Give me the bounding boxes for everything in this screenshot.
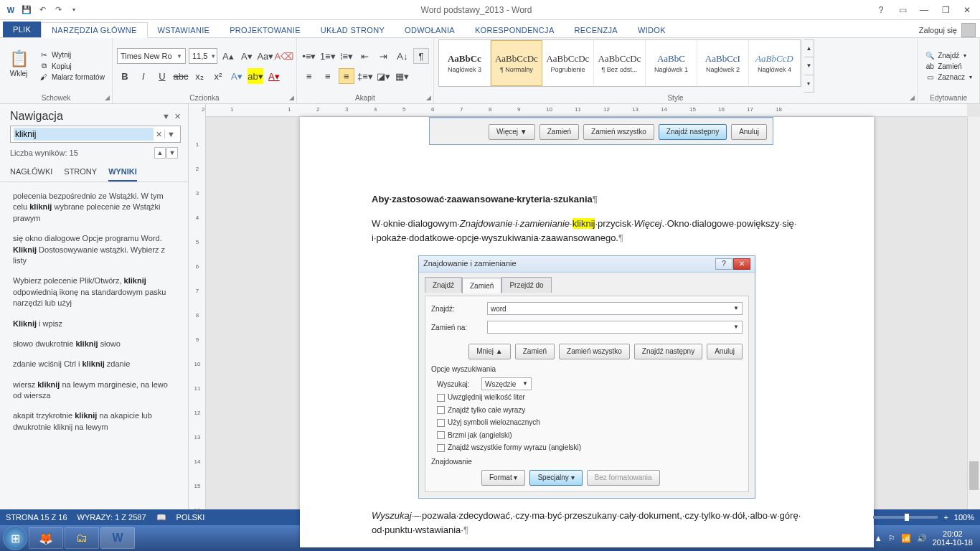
nav-result-item[interactable]: Wybierz polecenie Plik/Otwórz, kliknij o…: [10, 271, 178, 314]
tab-layout[interactable]: UKŁAD STRONY: [311, 23, 395, 37]
prev-result-button[interactable]: ▲: [154, 147, 166, 159]
nav-tab-pages[interactable]: STRONY: [64, 163, 97, 182]
tray-clock[interactable]: 20:02 2014-10-18: [933, 529, 973, 547]
tab-view[interactable]: WIDOK: [628, 23, 676, 37]
vertical-scrollbar[interactable]: [967, 117, 980, 509]
status-proofing-icon[interactable]: 📖: [156, 513, 166, 522]
strike-button[interactable]: abc: [173, 68, 189, 84]
style-item[interactable]: AaBbCNagłówek 1: [646, 40, 697, 86]
tab-review[interactable]: RECENZJA: [565, 23, 628, 37]
gallery-down-icon[interactable]: ▼: [804, 57, 814, 74]
login-link[interactable]: Zaloguj się: [919, 26, 957, 34]
nav-result-item[interactable]: zdanie wciśnij Ctrl i kliknij zdanie: [10, 354, 178, 375]
show-marks-button[interactable]: ¶: [413, 48, 429, 64]
nav-result-item[interactable]: słowo dwukrotnie kliknij słowo: [10, 334, 178, 354]
styles-gallery[interactable]: AaBbCcNagłówek 3AaBbCcDc¶ NormalnyAaBbCc…: [438, 39, 801, 87]
style-item[interactable]: AaBbCcDNagłówek 4: [749, 40, 801, 86]
dialog-launcher-icon[interactable]: ◢: [426, 94, 431, 101]
taskbar-explorer[interactable]: 🗂: [65, 527, 99, 549]
inc-indent-button[interactable]: ⇥: [376, 48, 392, 64]
nav-search-box[interactable]: ✕ ▼: [10, 126, 181, 143]
find-button[interactable]: 🔍Znajdź▾: [922, 51, 975, 60]
tab-file[interactable]: PLIK: [3, 22, 41, 37]
close-icon[interactable]: ✕: [957, 3, 977, 17]
dialog-launcher-icon[interactable]: ◢: [910, 94, 915, 101]
tab-references[interactable]: ODWOŁANIA: [395, 23, 465, 37]
paste-button[interactable]: 📋 Wklej: [4, 39, 33, 87]
text-effects-button[interactable]: A▾: [229, 68, 245, 84]
tray-network-icon[interactable]: 📶: [901, 534, 911, 543]
style-item[interactable]: AaBbCcDc¶ Normalny: [491, 40, 542, 86]
tray-sound-icon[interactable]: 🔊: [917, 534, 927, 543]
dec-indent-button[interactable]: ⇤: [357, 48, 373, 64]
status-lang[interactable]: POLSKI: [176, 513, 205, 522]
borders-button[interactable]: ▦▾: [395, 68, 410, 84]
nav-tab-results[interactable]: WYNIKI: [108, 163, 137, 182]
avatar-icon[interactable]: [961, 23, 976, 37]
clear-search-icon[interactable]: ✕: [154, 130, 164, 139]
highlight-button[interactable]: ab▾: [248, 68, 263, 84]
save-icon[interactable]: 💾: [20, 4, 33, 17]
gallery-up-icon[interactable]: ▲: [804, 40, 814, 57]
taskbar-firefox[interactable]: 🦊: [29, 527, 63, 549]
change-case-button[interactable]: Aa▾: [258, 48, 273, 64]
format-painter-button[interactable]: 🖌Malarz formatów: [36, 72, 108, 82]
tab-mailings[interactable]: KORESPONDENCJA: [465, 23, 565, 37]
document-page[interactable]: Więcej ▼ Zamień Zamień wszystko Znajdź n…: [300, 117, 874, 547]
dialog-launcher-icon[interactable]: ◢: [105, 94, 110, 101]
shading-button[interactable]: ◪▾: [376, 68, 392, 84]
zoom-level[interactable]: 100%: [954, 513, 974, 522]
font-size-select[interactable]: 11,5▼: [189, 48, 217, 64]
cut-button[interactable]: ✂Wytnij: [36, 50, 108, 60]
replace-button[interactable]: abZamień: [922, 62, 975, 71]
scrollbar-thumb[interactable]: [969, 461, 979, 490]
sort-button[interactable]: A↓: [395, 48, 410, 64]
redo-icon[interactable]: ↷: [52, 4, 65, 17]
status-page[interactable]: STRONA 15 Z 16: [6, 513, 67, 522]
numbering-button[interactable]: 1≡▾: [320, 48, 336, 64]
clear-format-button[interactable]: A⌫: [276, 48, 292, 64]
tray-up-icon[interactable]: ▲: [875, 534, 882, 542]
style-item[interactable]: AaBbCcDc¶ Bez odst...: [594, 40, 646, 86]
maximize-icon[interactable]: ❐: [936, 3, 956, 17]
style-item[interactable]: AaBbCcDcPogrubienie: [542, 40, 594, 86]
start-button[interactable]: ⊞: [3, 526, 27, 550]
nav-result-item[interactable]: polecenia bezpośrednio ze Wstążki. W tym…: [10, 187, 178, 229]
nav-result-item[interactable]: się okno dialogowe Opcje programu Word. …: [10, 229, 178, 271]
style-item[interactable]: AaBbCcNagłówek 3: [439, 40, 491, 86]
tab-design[interactable]: PROJEKTOWANIE: [220, 23, 311, 37]
search-options-icon[interactable]: ▼: [164, 130, 177, 138]
align-center-button[interactable]: ≡: [320, 68, 336, 84]
font-color-button[interactable]: A▾: [266, 68, 282, 84]
style-item[interactable]: AaBbCcINagłówek 2: [697, 40, 749, 86]
nav-result-item[interactable]: akapit trzykrotnie kliknij na akapicie l…: [10, 406, 178, 438]
gallery-more-icon[interactable]: ▾: [804, 75, 814, 92]
qat-more-icon[interactable]: ▾: [67, 4, 80, 17]
next-result-button[interactable]: ▼: [166, 147, 178, 159]
superscript-button[interactable]: x²: [210, 68, 226, 84]
shrink-font-button[interactable]: A▾: [239, 48, 255, 64]
nav-result-item[interactable]: Kliknij i wpisz: [10, 314, 178, 334]
dialog-launcher-icon[interactable]: ◢: [289, 94, 294, 101]
align-left-button[interactable]: ≡: [301, 68, 317, 84]
help-icon[interactable]: ?: [871, 3, 891, 17]
select-button[interactable]: ▭Zaznacz▾: [922, 72, 975, 82]
taskbar-word[interactable]: W: [100, 527, 135, 549]
nav-close-icon[interactable]: ✕: [174, 112, 181, 121]
italic-button[interactable]: I: [136, 68, 151, 84]
zoom-slider[interactable]: [873, 516, 938, 519]
undo-icon[interactable]: ↶: [36, 4, 49, 17]
grow-font-button[interactable]: A▴: [220, 48, 236, 64]
multilevel-button[interactable]: ⁞≡▾: [339, 48, 354, 64]
tray-flag-icon[interactable]: ⚐: [888, 534, 895, 543]
ribbon-opts-icon[interactable]: ▭: [892, 3, 913, 17]
nav-menu-icon[interactable]: ▼: [162, 112, 170, 121]
subscript-button[interactable]: x₂: [192, 68, 207, 84]
copy-button[interactable]: ⧉Kopiuj: [36, 61, 108, 71]
font-name-select[interactable]: Times New Ro▼: [117, 48, 186, 64]
bullets-button[interactable]: •≡▾: [301, 48, 317, 64]
nav-search-input[interactable]: [14, 128, 154, 141]
bold-button[interactable]: B: [117, 68, 133, 84]
zoom-in-button[interactable]: +: [943, 513, 948, 522]
nav-result-item[interactable]: wiersz kliknij na lewym marginesie, na l…: [10, 375, 178, 407]
